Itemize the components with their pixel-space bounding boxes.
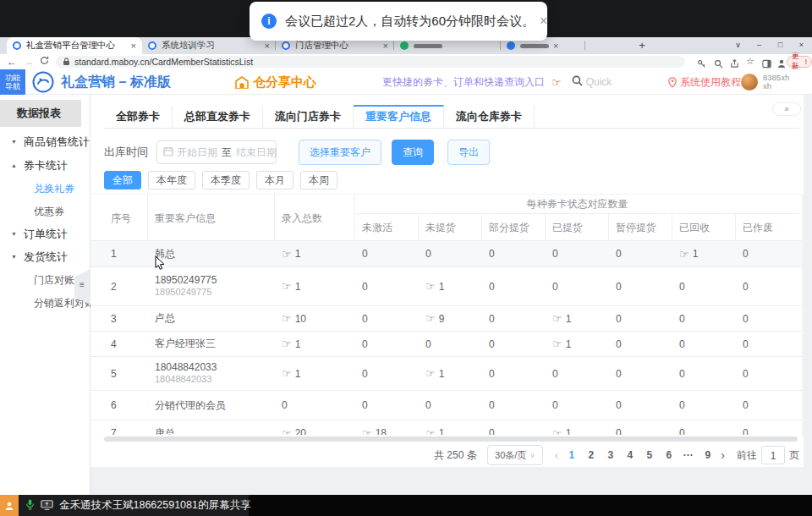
screen-share-icon[interactable]	[41, 498, 53, 513]
share-center-link[interactable]: 仓分享中心	[235, 69, 316, 95]
status-value-cell[interactable]: ☞18	[355, 420, 419, 435]
status-value-cell[interactable]: ☞20	[275, 420, 355, 435]
sidebar-item-3[interactable]: 兑换礼券	[0, 180, 91, 197]
customer-cell: 1804884203318048842033	[148, 357, 275, 390]
screen: 礼盒营销平台管理中心×系统培训学习×门店管理中心×× + ∨ – □ × ← →…	[0, 0, 812, 516]
sidebar-item-1[interactable]: ▼商品销售统计	[0, 134, 91, 151]
cell-value: 0	[425, 338, 431, 350]
page-number-button[interactable]: 1	[563, 449, 579, 461]
table-row: 21895024977518950249775☞10☞100000	[91, 267, 804, 306]
sidebar-item-5[interactable]: ▼订单统计	[0, 226, 91, 243]
status-value-cell[interactable]: ☞10	[275, 306, 355, 331]
quick-entry-link[interactable]: 更快捷的券卡、订单和快递查询入口 ☞ Quick	[382, 69, 612, 95]
browser-tab[interactable]: 礼盒营销平台管理中心×	[7, 37, 142, 54]
page-number-button[interactable]: 3	[602, 449, 618, 461]
minimize-button[interactable]: –	[749, 37, 770, 54]
date-range-input[interactable]: 开始日期 至 结束日期	[156, 140, 277, 164]
page-number-button[interactable]: 4	[622, 449, 638, 461]
content-tab[interactable]: 重要客户信息	[354, 105, 444, 128]
page-number-button[interactable]: 6	[661, 449, 677, 461]
status-value-cell[interactable]: ☞1	[546, 420, 609, 435]
next-page-button[interactable]: ›	[721, 448, 725, 462]
status-value-cell[interactable]: ☞1	[419, 267, 482, 305]
status-value-cell: 0	[482, 332, 546, 356]
horizontal-scrollbar[interactable]	[104, 436, 798, 442]
quick-filter-button[interactable]: 全部	[104, 171, 141, 189]
goto-page-input[interactable]: 1	[761, 446, 785, 464]
status-value-cell[interactable]: ☞1	[275, 357, 355, 390]
page-number-button[interactable]: 2	[583, 449, 599, 461]
tutorial-link[interactable]: 系统使用教程	[668, 69, 741, 95]
cell-value: 0	[679, 368, 685, 380]
export-button[interactable]: 导出	[447, 140, 490, 165]
status-value-cell[interactable]: ☞1	[546, 306, 609, 331]
status-value-cell[interactable]: ☞1	[275, 241, 355, 266]
back-icon[interactable]: ←	[7, 56, 17, 68]
status-value-cell[interactable]: ☞1	[419, 357, 482, 390]
browser-menu-icon[interactable]: ∨	[727, 37, 749, 54]
refresh-icon[interactable]	[40, 56, 49, 68]
select-customer-button[interactable]: 选择重要客户	[299, 140, 381, 165]
chrome-update-button[interactable]: 更新 !	[787, 56, 812, 68]
customer-name: 分销代理的会员	[155, 398, 226, 413]
content-tab[interactable]: 总部直发券卡	[173, 105, 263, 128]
sidebar-item-label: 券卡统计	[24, 157, 68, 174]
quick-filter-button[interactable]: 本年度	[148, 171, 195, 189]
status-value-cell[interactable]: ☞1	[275, 332, 355, 356]
status-column-header: 已作废	[736, 214, 799, 242]
status-value-cell[interactable]: ☞1	[275, 267, 355, 305]
content-tab[interactable]: 全部券卡	[104, 105, 173, 128]
url-text: standard.maboy.cn/CardMemberStatisticsLi…	[74, 57, 253, 67]
seq-value: 7	[111, 427, 117, 435]
cell-value: 0	[362, 368, 368, 380]
column-seq: 序号	[104, 195, 148, 242]
status-value-cell: 0	[546, 391, 609, 420]
seq-cell: 6	[104, 391, 148, 420]
quick-filter-button[interactable]: 本周	[300, 171, 337, 189]
sidebar-item-2[interactable]: ▲券卡统计	[0, 157, 91, 174]
microphone-icon[interactable]	[25, 498, 35, 513]
search-icon[interactable]	[572, 75, 583, 89]
cell-value: 0	[362, 248, 368, 260]
tab-close-icon[interactable]: ×	[265, 41, 270, 51]
expand-panel-button[interactable]: »	[772, 102, 801, 116]
status-value-cell: 0	[609, 357, 672, 390]
user-account[interactable]: 8385xh xh	[741, 69, 789, 95]
new-tab-button[interactable]: +	[634, 38, 650, 53]
tab-close-icon[interactable]: ×	[383, 41, 388, 51]
bookmark-star-icon[interactable]: ☆	[746, 56, 754, 67]
address-bar[interactable]: standard.maboy.cn/CardMemberStatisticsLi…	[56, 56, 685, 68]
query-button[interactable]: 查询	[392, 140, 434, 165]
tab-close-icon[interactable]: ×	[131, 41, 136, 51]
sidebar-item-4[interactable]: 优惠券	[0, 203, 91, 220]
page-size-select[interactable]: 30条/页 ∨	[487, 445, 543, 465]
participant-icon[interactable]	[0, 495, 19, 516]
status-value-cell: 0	[546, 357, 609, 390]
quick-filter-button[interactable]: 本月	[256, 171, 294, 189]
page-number-button[interactable]: 9	[700, 449, 716, 461]
content-tab[interactable]: 流向仓库券卡	[444, 105, 535, 128]
status-value-cell: 0	[736, 267, 799, 305]
status-value-cell[interactable]: ☞9	[419, 306, 482, 331]
location-pin-icon	[668, 77, 677, 88]
status-value-cell[interactable]: ☞1	[546, 332, 609, 356]
pointing-finger-icon: ☞	[425, 280, 436, 293]
sidebar-item-6[interactable]: ▼发货统计	[0, 249, 91, 266]
quick-filter-button[interactable]: 本季度	[202, 171, 250, 189]
forward-icon[interactable]: →	[24, 56, 34, 68]
page-number-button[interactable]: 5	[641, 449, 657, 461]
status-value-cell[interactable]: ☞1	[672, 241, 736, 266]
restore-button[interactable]: □	[770, 37, 791, 54]
prev-page-button[interactable]: ‹	[555, 448, 559, 462]
status-column-header: 暂停提货	[609, 214, 672, 242]
tab-close-icon[interactable]: ×	[553, 41, 558, 51]
function-nav-toggle[interactable]: 功能 导航	[0, 69, 25, 95]
customer-name: 客户经理张三	[155, 337, 216, 351]
status-value-cell[interactable]: ☞1	[419, 420, 482, 435]
app-title: 礼盒营销 – 标准版	[61, 69, 171, 95]
content-tab[interactable]: 流向门店券卡	[263, 105, 354, 128]
status-value-cell: 0	[609, 306, 672, 331]
end-date-placeholder: 结束日期	[236, 145, 277, 160]
pointing-finger-icon: ☞	[282, 312, 292, 325]
toast-close-icon[interactable]: ×	[540, 14, 547, 29]
